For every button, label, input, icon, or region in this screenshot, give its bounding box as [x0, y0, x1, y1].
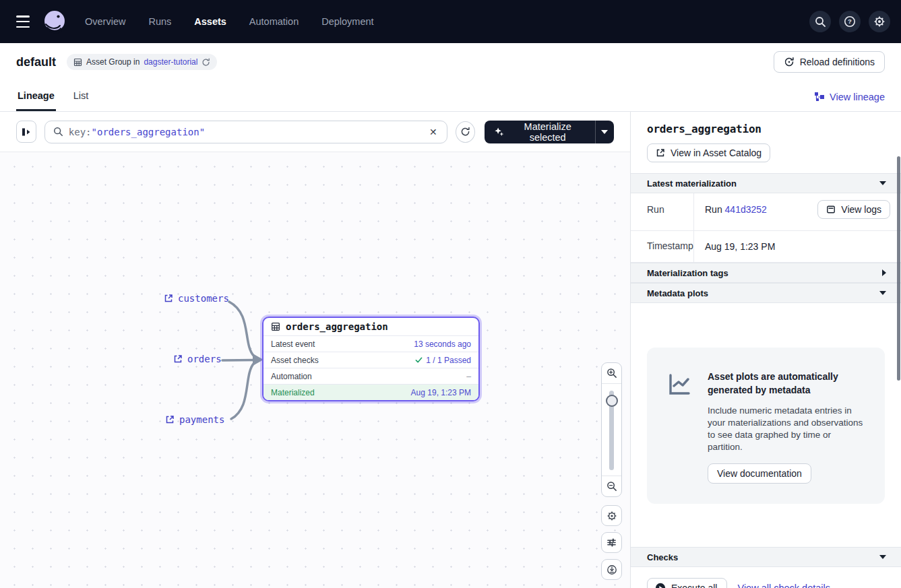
search-icon: [53, 127, 63, 137]
dagster-logo[interactable]: [42, 9, 67, 34]
panel-expand-icon: [21, 127, 32, 137]
run-id-link[interactable]: 441d3252: [725, 204, 767, 215]
search-icon[interactable]: [809, 11, 831, 32]
node-row-automation: Automation –: [263, 368, 478, 384]
help-icon[interactable]: ?: [839, 11, 861, 32]
play-icon: [655, 583, 666, 588]
nav-overview[interactable]: Overview: [85, 16, 125, 27]
graph-settings-gear-icon[interactable]: [601, 505, 622, 526]
refresh-graph-icon[interactable]: [456, 121, 475, 143]
section-materialization-tags[interactable]: Materialization tags: [631, 263, 901, 283]
page-header: default Asset Group in dagster-tutorial …: [0, 43, 901, 81]
clear-search-icon[interactable]: ✕: [427, 124, 440, 140]
nav-automation[interactable]: Automation: [249, 16, 299, 27]
asset-node-header: orders_aggregation: [263, 318, 478, 335]
section-checks[interactable]: Checks: [631, 547, 901, 567]
dagster-app: Overview Runs Assets Automation Deployme…: [0, 0, 901, 588]
dagster-octopus-icon: [42, 9, 67, 34]
node-row-asset-checks: Asset checks 1 / 1 Passed: [263, 352, 478, 368]
graph-filters-icon[interactable]: [601, 532, 622, 553]
page-title: default: [16, 55, 56, 69]
tab-list[interactable]: List: [72, 90, 90, 111]
timestamp-row: Timestamp Aug 19, 1:23 PM: [631, 231, 901, 263]
panel-asset-title: orders_aggregation: [647, 123, 885, 135]
lineage-toolbar: key:"orders_aggregation" ✕ Materialize s…: [0, 112, 630, 152]
sync-status-icon: [201, 58, 210, 67]
recenter-view-icon[interactable]: [601, 559, 622, 580]
sparkle-icon: [494, 126, 504, 137]
reload-definitions-button[interactable]: Reload definitions: [774, 51, 885, 73]
asset-link-payments[interactable]: payments: [165, 414, 224, 425]
section-metadata-plots[interactable]: Metadata plots: [631, 283, 901, 303]
asset-search-input[interactable]: key:"orders_aggregation" ✕: [44, 121, 447, 143]
run-row-label: Run: [631, 193, 694, 230]
svg-text:?: ?: [848, 18, 852, 25]
asset-node-title: orders_aggregation: [286, 321, 388, 332]
chevron-down-icon: [601, 130, 608, 134]
node-row-latest-event: Latest event 13 seconds ago: [263, 335, 478, 352]
chevron-down-icon: [879, 291, 886, 295]
nav-deployment[interactable]: Deployment: [321, 16, 373, 27]
lineage-pane: key:"orders_aggregation" ✕ Materialize s…: [0, 112, 630, 588]
external-link-icon: [173, 354, 183, 364]
asset-link-customers[interactable]: customers: [164, 293, 229, 304]
primary-nav: Overview Runs Assets Automation Deployme…: [85, 16, 374, 27]
table-grid-icon: [73, 58, 82, 67]
hamburger-menu-icon[interactable]: [13, 14, 32, 29]
asset-detail-panel: orders_aggregation View in Asset Catalog…: [630, 112, 901, 588]
lineage-graph-icon: [814, 92, 825, 102]
external-link-icon: [165, 415, 175, 424]
tab-lineage[interactable]: Lineage: [16, 90, 56, 111]
timestamp-row-label: Timestamp: [631, 231, 694, 262]
chevron-down-icon: [879, 555, 886, 559]
logs-icon: [826, 205, 836, 214]
view-logs-label: View logs: [841, 204, 881, 215]
check-icon: [415, 356, 423, 364]
lineage-canvas[interactable]: customers orders payments orders_aggrega…: [0, 152, 630, 588]
view-documentation-button[interactable]: View documentation: [708, 463, 811, 484]
zoom-slider-thumb[interactable]: [606, 395, 618, 407]
line-chart-icon: [666, 370, 693, 484]
badge-text: Asset Group in: [86, 57, 139, 67]
search-query-prefix: key:: [69, 127, 92, 137]
asset-node-orders-aggregation[interactable]: orders_aggregation Latest event 13 secon…: [262, 317, 480, 401]
asset-link-orders[interactable]: orders: [173, 354, 222, 364]
materialize-selected-label: Materialize selected: [510, 121, 586, 143]
run-row: Run Run 441d3252 View logs: [631, 193, 901, 231]
materialize-selected-button[interactable]: Materialize selected: [485, 121, 595, 143]
materialize-dropdown-button[interactable]: [595, 121, 614, 143]
view-logs-button[interactable]: View logs: [817, 200, 890, 219]
chevron-right-icon: [882, 269, 886, 276]
node-row-materialized: Materialized Aug 19, 1:23 PM: [263, 384, 478, 400]
view-in-asset-catalog-label: View in Asset Catalog: [671, 148, 762, 158]
nav-assets[interactable]: Assets: [194, 16, 226, 27]
zoom-in-icon[interactable]: [602, 363, 621, 383]
view-lineage-link[interactable]: View lineage: [814, 92, 885, 111]
tabs-row: Lineage List View lineage: [0, 81, 901, 112]
view-in-asset-catalog-button[interactable]: View in Asset Catalog: [647, 143, 770, 162]
nav-runs[interactable]: Runs: [148, 16, 171, 27]
settings-gear-icon[interactable]: [869, 11, 890, 32]
view-all-check-details-link[interactable]: View all check details: [737, 583, 830, 588]
asset-group-badge[interactable]: Asset Group in dagster-tutorial: [67, 54, 217, 70]
reload-definitions-label: Reload definitions: [800, 57, 875, 67]
zoom-controls: [601, 362, 622, 497]
plots-card-body: Include numeric metadata entries in your…: [708, 405, 867, 454]
nav-actions: ?: [809, 11, 890, 32]
chevron-down-icon: [879, 181, 886, 185]
checks-actions: Execute all View all check details: [631, 567, 901, 588]
execute-all-button[interactable]: Execute all: [647, 578, 727, 588]
repo-link[interactable]: dagster-tutorial: [144, 57, 197, 67]
timestamp-value: Aug 19, 1:23 PM: [705, 241, 775, 252]
zoom-slider[interactable]: [602, 383, 621, 476]
view-lineage-label: View lineage: [830, 92, 885, 102]
panel-scrollbar[interactable]: [897, 156, 900, 381]
section-latest-materialization[interactable]: Latest materialization: [631, 173, 901, 193]
external-link-icon: [656, 148, 665, 158]
zoom-out-icon[interactable]: [602, 476, 621, 496]
top-nav: Overview Runs Assets Automation Deployme…: [0, 0, 901, 43]
reload-icon: [784, 57, 795, 67]
expand-sidebar-button[interactable]: [16, 121, 36, 143]
asset-plots-card: Asset plots are automatically generated …: [647, 348, 885, 504]
execute-all-label: Execute all: [671, 583, 717, 588]
